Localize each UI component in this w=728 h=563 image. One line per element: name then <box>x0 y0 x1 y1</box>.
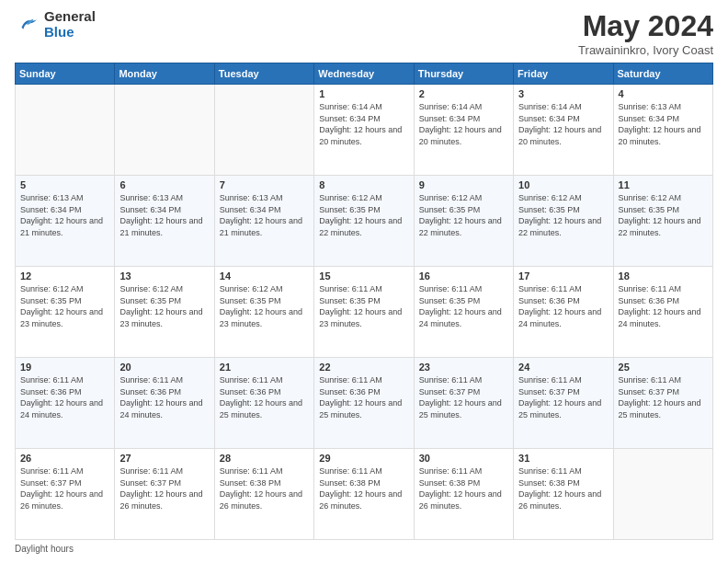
day-number: 27 <box>119 453 209 464</box>
day-number: 11 <box>619 179 708 190</box>
calendar-cell: 7Sunrise: 6:13 AM Sunset: 6:34 PM Daylig… <box>214 176 313 267</box>
footer-note: Daylight hours <box>15 544 713 554</box>
day-number: 14 <box>220 270 309 282</box>
day-info: Sunrise: 6:11 AM Sunset: 6:38 PM Dayligh… <box>518 465 608 511</box>
day-info: Sunrise: 6:11 AM Sunset: 6:36 PM Dayligh… <box>220 374 309 420</box>
calendar-cell: 20Sunrise: 6:11 AM Sunset: 6:36 PM Dayli… <box>115 358 214 449</box>
day-number: 17 <box>518 270 608 282</box>
calendar-cell: 4Sunrise: 6:13 AM Sunset: 6:34 PM Daylig… <box>613 85 712 176</box>
calendar-week-row: 5Sunrise: 6:13 AM Sunset: 6:34 PM Daylig… <box>16 176 713 267</box>
day-number: 18 <box>619 270 708 282</box>
header: General Blue May 2024 Trawaininkro, Ivor… <box>15 9 713 57</box>
day-info: Sunrise: 6:13 AM Sunset: 6:34 PM Dayligh… <box>119 192 209 238</box>
day-number: 8 <box>319 179 408 190</box>
day-info: Sunrise: 6:11 AM Sunset: 6:36 PM Dayligh… <box>20 374 109 420</box>
calendar-day-header: Sunday <box>16 63 115 85</box>
day-info: Sunrise: 6:14 AM Sunset: 6:34 PM Dayligh… <box>419 101 508 147</box>
calendar-cell: 29Sunrise: 6:11 AM Sunset: 6:38 PM Dayli… <box>314 449 414 540</box>
day-info: Sunrise: 6:11 AM Sunset: 6:35 PM Dayligh… <box>319 283 408 329</box>
day-number: 10 <box>518 179 608 190</box>
calendar-cell: 23Sunrise: 6:11 AM Sunset: 6:37 PM Dayli… <box>414 358 513 449</box>
calendar-subtitle: Trawaininkro, Ivory Coast <box>578 43 713 57</box>
calendar-cell: 1Sunrise: 6:14 AM Sunset: 6:34 PM Daylig… <box>314 85 414 176</box>
calendar-cell: 25Sunrise: 6:11 AM Sunset: 6:37 PM Dayli… <box>613 358 712 449</box>
calendar-cell: 26Sunrise: 6:11 AM Sunset: 6:37 PM Dayli… <box>16 449 115 540</box>
day-number: 19 <box>20 362 109 373</box>
calendar-cell: 24Sunrise: 6:11 AM Sunset: 6:37 PM Dayli… <box>514 358 613 449</box>
day-number: 6 <box>119 179 209 190</box>
day-number: 15 <box>319 270 408 282</box>
calendar-day-header: Tuesday <box>214 63 313 85</box>
day-info: Sunrise: 6:11 AM Sunset: 6:37 PM Dayligh… <box>619 374 708 420</box>
day-info: Sunrise: 6:11 AM Sunset: 6:37 PM Dayligh… <box>419 374 508 420</box>
calendar-cell: 10Sunrise: 6:12 AM Sunset: 6:35 PM Dayli… <box>514 176 613 267</box>
day-number: 2 <box>419 88 508 99</box>
calendar-cell: 6Sunrise: 6:13 AM Sunset: 6:34 PM Daylig… <box>115 176 214 267</box>
logo-bird-icon <box>15 12 40 38</box>
day-info: Sunrise: 6:11 AM Sunset: 6:37 PM Dayligh… <box>518 374 608 420</box>
day-number: 30 <box>419 453 508 464</box>
calendar-week-row: 1Sunrise: 6:14 AM Sunset: 6:34 PM Daylig… <box>16 85 713 176</box>
title-block: May 2024 Trawaininkro, Ivory Coast <box>578 9 713 57</box>
day-number: 9 <box>419 179 508 190</box>
day-number: 25 <box>619 362 708 373</box>
calendar-cell: 8Sunrise: 6:12 AM Sunset: 6:35 PM Daylig… <box>314 176 414 267</box>
calendar-cell: 15Sunrise: 6:11 AM Sunset: 6:35 PM Dayli… <box>314 267 414 358</box>
logo-text-blue: Blue <box>44 25 96 40</box>
day-number: 13 <box>119 270 209 282</box>
calendar-cell: 5Sunrise: 6:13 AM Sunset: 6:34 PM Daylig… <box>16 176 115 267</box>
calendar-cell: 30Sunrise: 6:11 AM Sunset: 6:38 PM Dayli… <box>414 449 513 540</box>
logo-text-general: General <box>44 9 96 25</box>
day-number: 4 <box>619 88 708 99</box>
day-number: 21 <box>220 362 309 373</box>
day-info: Sunrise: 6:11 AM Sunset: 6:36 PM Dayligh… <box>119 374 209 420</box>
calendar-cell: 12Sunrise: 6:12 AM Sunset: 6:35 PM Dayli… <box>16 267 115 358</box>
day-number: 31 <box>518 453 608 464</box>
calendar-cell: 27Sunrise: 6:11 AM Sunset: 6:37 PM Dayli… <box>115 449 214 540</box>
calendar-cell: 17Sunrise: 6:11 AM Sunset: 6:36 PM Dayli… <box>514 267 613 358</box>
day-info: Sunrise: 6:13 AM Sunset: 6:34 PM Dayligh… <box>20 192 109 238</box>
calendar-cell: 11Sunrise: 6:12 AM Sunset: 6:35 PM Dayli… <box>613 176 712 267</box>
calendar-cell: 2Sunrise: 6:14 AM Sunset: 6:34 PM Daylig… <box>414 85 513 176</box>
day-number: 26 <box>20 453 109 464</box>
calendar-cell: 18Sunrise: 6:11 AM Sunset: 6:36 PM Dayli… <box>613 267 712 358</box>
day-info: Sunrise: 6:11 AM Sunset: 6:38 PM Dayligh… <box>220 465 309 511</box>
day-info: Sunrise: 6:11 AM Sunset: 6:37 PM Dayligh… <box>119 465 209 511</box>
calendar-cell <box>115 85 214 176</box>
calendar-day-header: Thursday <box>414 63 513 85</box>
calendar-day-header: Wednesday <box>314 63 414 85</box>
day-number: 12 <box>20 270 109 282</box>
day-info: Sunrise: 6:11 AM Sunset: 6:36 PM Dayligh… <box>319 374 408 420</box>
calendar-cell: 16Sunrise: 6:11 AM Sunset: 6:35 PM Dayli… <box>414 267 513 358</box>
day-info: Sunrise: 6:12 AM Sunset: 6:35 PM Dayligh… <box>20 283 109 329</box>
day-number: 5 <box>20 179 109 190</box>
day-info: Sunrise: 6:11 AM Sunset: 6:37 PM Dayligh… <box>20 465 109 511</box>
calendar-table: SundayMondayTuesdayWednesdayThursdayFrid… <box>15 63 713 540</box>
day-number: 7 <box>220 179 309 190</box>
calendar-title: May 2024 <box>578 9 713 43</box>
calendar-cell: 3Sunrise: 6:14 AM Sunset: 6:34 PM Daylig… <box>514 85 613 176</box>
day-number: 28 <box>220 453 309 464</box>
day-number: 22 <box>319 362 408 373</box>
day-number: 23 <box>419 362 508 373</box>
calendar-day-header: Monday <box>115 63 214 85</box>
day-info: Sunrise: 6:12 AM Sunset: 6:35 PM Dayligh… <box>119 283 209 329</box>
calendar-cell: 28Sunrise: 6:11 AM Sunset: 6:38 PM Dayli… <box>214 449 313 540</box>
calendar-week-row: 12Sunrise: 6:12 AM Sunset: 6:35 PM Dayli… <box>16 267 713 358</box>
page: General Blue May 2024 Trawaininkro, Ivor… <box>0 0 728 563</box>
day-info: Sunrise: 6:11 AM Sunset: 6:36 PM Dayligh… <box>518 283 608 329</box>
calendar-cell <box>613 449 712 540</box>
calendar-day-header: Friday <box>514 63 613 85</box>
logo: General Blue <box>15 9 96 40</box>
calendar-cell <box>16 85 115 176</box>
day-info: Sunrise: 6:11 AM Sunset: 6:36 PM Dayligh… <box>619 283 708 329</box>
calendar-cell: 21Sunrise: 6:11 AM Sunset: 6:36 PM Dayli… <box>214 358 313 449</box>
day-info: Sunrise: 6:11 AM Sunset: 6:38 PM Dayligh… <box>419 465 508 511</box>
calendar-cell <box>214 85 313 176</box>
calendar-cell: 22Sunrise: 6:11 AM Sunset: 6:36 PM Dayli… <box>314 358 414 449</box>
day-info: Sunrise: 6:12 AM Sunset: 6:35 PM Dayligh… <box>619 192 708 238</box>
calendar-week-row: 26Sunrise: 6:11 AM Sunset: 6:37 PM Dayli… <box>16 449 713 540</box>
calendar-cell: 13Sunrise: 6:12 AM Sunset: 6:35 PM Dayli… <box>115 267 214 358</box>
day-info: Sunrise: 6:12 AM Sunset: 6:35 PM Dayligh… <box>419 192 508 238</box>
calendar-cell: 31Sunrise: 6:11 AM Sunset: 6:38 PM Dayli… <box>514 449 613 540</box>
